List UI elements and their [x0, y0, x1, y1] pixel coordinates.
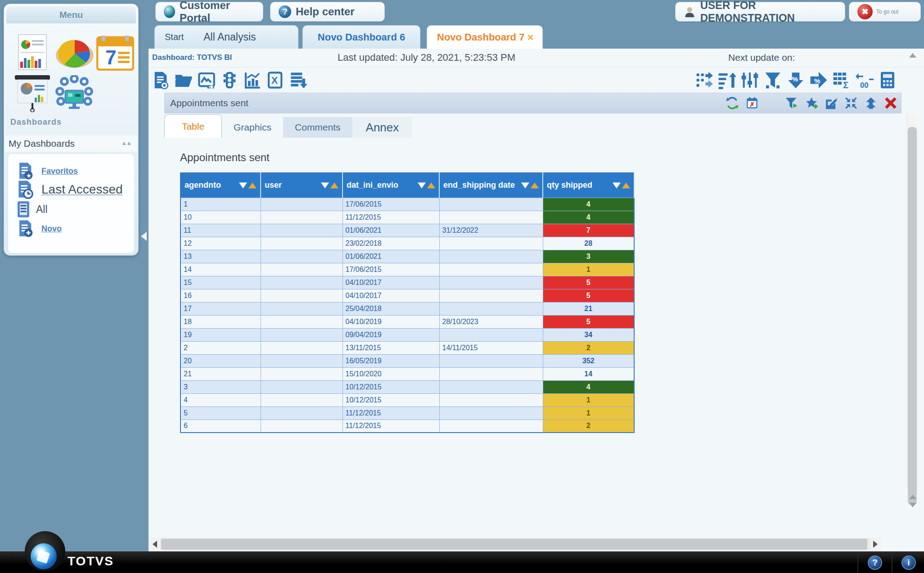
table-row[interactable]: 611/12/20152	[180, 420, 634, 433]
cell-end_shipping_date	[439, 211, 543, 224]
refresh-button[interactable]	[726, 96, 739, 110]
sort-asc-icon[interactable]	[330, 182, 338, 188]
table-row[interactable]: 2115/10/202014	[180, 367, 634, 380]
table-row[interactable]: 1909/04/201934	[180, 328, 634, 341]
excel-export-button[interactable]: X	[266, 71, 285, 90]
grid-sum-button[interactable]: Σ	[832, 71, 851, 90]
export-image-button[interactable]	[197, 71, 216, 90]
traffic-light-button[interactable]	[220, 71, 239, 90]
close-panel-button[interactable]	[884, 96, 897, 110]
filter-button[interactable]	[785, 96, 798, 110]
help-footer-button[interactable]: ?	[868, 555, 882, 570]
favorite-add-button[interactable]	[805, 96, 818, 110]
table-row[interactable]: 1301/06/20213	[180, 250, 634, 263]
hscroll-thumb[interactable]	[161, 539, 867, 550]
column-header-3[interactable]: end_shipping date	[439, 173, 543, 198]
tab-graphics[interactable]: Graphics	[222, 117, 283, 138]
table-row[interactable]: 1725/04/201821	[180, 302, 634, 315]
sidebar-collapse-arrow[interactable]	[141, 232, 147, 241]
sort-desc-icon[interactable]	[521, 182, 529, 188]
table-row[interactable]: 511/12/20151	[180, 406, 634, 420]
table-row[interactable]: 410/12/20151	[180, 393, 634, 406]
new-analysis-button[interactable]	[151, 71, 170, 90]
percent-down-button[interactable]: %	[786, 71, 805, 90]
cell-dat_ini_envio: 09/04/2019	[343, 328, 439, 341]
user-button[interactable]: USER FOR DEMONSTRATION	[675, 2, 845, 22]
network-icon[interactable]	[54, 75, 94, 111]
table-row[interactable]: 1223/02/201828	[180, 237, 634, 250]
help-center-button[interactable]: ? Help center	[270, 2, 385, 22]
qty-cell: 2	[543, 420, 634, 433]
collapse-panel-button[interactable]	[844, 96, 858, 110]
vertical-scrollbar[interactable]	[907, 50, 919, 508]
percent-forward-button[interactable]: %	[809, 71, 828, 90]
table-export-button[interactable]	[289, 71, 308, 90]
sliders-button[interactable]	[740, 71, 759, 90]
scroll-down-icon[interactable]	[909, 503, 916, 507]
logout-button[interactable]: ✖ To go out	[849, 2, 921, 22]
sort-desc-icon[interactable]	[321, 182, 329, 188]
scroll-right-button[interactable]	[870, 538, 881, 550]
flow-order-button[interactable]	[694, 71, 713, 90]
open-folder-button[interactable]	[174, 71, 193, 90]
calendar-7-icon[interactable]: 7	[96, 35, 134, 71]
table-row[interactable]: 2016/05/2019352	[180, 354, 634, 367]
sort-desc-icon[interactable]	[613, 182, 621, 188]
move-up-button[interactable]	[864, 96, 878, 110]
table-row[interactable]: 1101/06/202131/12/20227	[180, 224, 634, 237]
cell-agendnto: 10	[180, 211, 261, 224]
presentation-board-icon[interactable]	[14, 74, 51, 112]
tab-all-analysis[interactable]: All Analysis	[194, 31, 266, 43]
sort-lines-button[interactable]	[717, 71, 736, 90]
report-chart-icon[interactable]	[17, 34, 48, 72]
tab-comments[interactable]: Comments	[283, 117, 352, 138]
sort-asc-icon[interactable]	[531, 182, 539, 188]
my-dashboards-header[interactable]: My Dashboards ▲▲	[5, 135, 137, 152]
funnel-data-button[interactable]	[763, 71, 782, 90]
table-row[interactable]: 1417/06/20151	[180, 263, 634, 276]
cell-user	[261, 302, 343, 315]
table-row[interactable]: 117/06/20154	[180, 198, 634, 211]
table-row[interactable]: 1604/10/20175	[180, 289, 634, 302]
scroll-up2-icon[interactable]	[909, 495, 916, 499]
table-row[interactable]: 1504/10/20175	[180, 276, 634, 289]
customer-portal-button[interactable]: Customer Portal	[155, 2, 263, 22]
collapse-icon[interactable]: ▲▲	[121, 140, 131, 146]
table-row[interactable]: 1804/10/201928/10/20235	[180, 315, 634, 328]
scroll-thumb[interactable]	[908, 127, 917, 505]
calendar-remove-button[interactable]: ✗	[745, 96, 759, 110]
menu-header[interactable]: Menu	[6, 6, 136, 23]
sort-asc-icon[interactable]	[427, 182, 435, 188]
info-footer-button[interactable]: i	[901, 555, 916, 570]
column-header-0[interactable]: agendnto	[180, 173, 261, 198]
sort-desc-icon[interactable]	[418, 182, 426, 188]
tab-table[interactable]: Table	[164, 114, 222, 138]
sort-desc-icon[interactable]	[239, 182, 247, 188]
tab-novo-dashboard-7[interactable]: Novo Dashboard 7 ×	[427, 25, 543, 49]
scroll-up-icon[interactable]	[909, 53, 916, 58]
table-row[interactable]: 213/11/201514/11/20152	[180, 341, 634, 354]
tab-close-icon[interactable]: ×	[527, 31, 533, 44]
tab-annex[interactable]: Annex	[352, 117, 413, 138]
tab-start[interactable]: Start	[155, 32, 194, 42]
chart-button[interactable]	[243, 71, 262, 90]
sidebar-item-favoritos[interactable]: ★ Favoritos	[17, 162, 78, 180]
tab-novo-dashboard-6[interactable]: Novo Dashboard 6	[302, 25, 420, 49]
column-header-4[interactable]: qty shipped	[543, 173, 634, 198]
horizontal-scrollbar[interactable]	[149, 538, 881, 550]
sidebar-item-last-accessed[interactable]: Last Accessed	[16, 180, 123, 199]
column-header-1[interactable]: user	[261, 173, 343, 198]
table-row[interactable]: 1011/12/20154	[180, 211, 634, 224]
sidebar-item-all[interactable]: All	[14, 200, 48, 219]
cell-end_shipping_date	[439, 406, 543, 420]
column-header-2[interactable]: dat_ini_envio	[343, 173, 439, 198]
scroll-left-button[interactable]	[149, 538, 160, 550]
edit-button[interactable]	[825, 96, 838, 110]
table-row[interactable]: 310/12/20154	[180, 380, 634, 393]
decimal-swap-button[interactable]: 00	[855, 71, 874, 90]
sort-asc-icon[interactable]	[622, 182, 630, 188]
sidebar-item-novo[interactable]: Novo	[17, 220, 62, 238]
calculator-button[interactable]	[878, 71, 897, 90]
pie-chart-icon[interactable]	[54, 37, 95, 70]
sort-asc-icon[interactable]	[248, 182, 257, 188]
